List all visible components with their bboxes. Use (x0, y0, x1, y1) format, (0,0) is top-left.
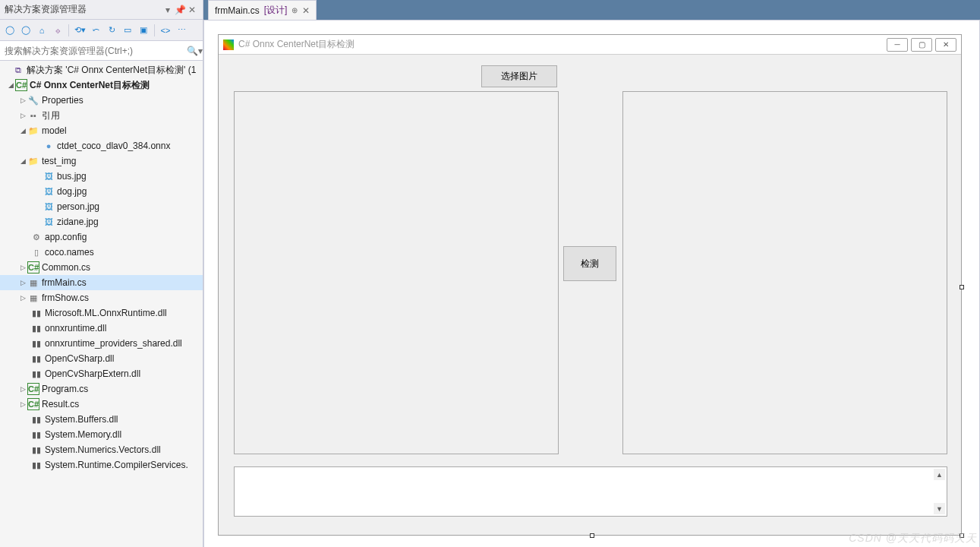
collapse-icon[interactable]: ◢ (6, 81, 15, 89)
properties-node[interactable]: ▷🔧Properties (0, 93, 203, 108)
file-frmshow[interactable]: ▷▦frmShow.cs (0, 290, 203, 305)
file-coconames[interactable]: ▯coco.names (0, 245, 203, 260)
collapse-icon[interactable]: ⤺ (89, 24, 102, 37)
more-icon[interactable]: ⋯ (175, 24, 188, 37)
code-icon[interactable]: <> (159, 24, 172, 37)
file-dll9[interactable]: ▮▮System.Runtime.CompilerServices. (0, 457, 203, 473)
show-all-icon[interactable]: ▭ (121, 24, 134, 37)
expand-icon[interactable]: ▷ (18, 400, 27, 408)
expand-icon[interactable]: ▷ (18, 385, 27, 393)
panel-pin-icon[interactable]: 📌 (174, 5, 186, 15)
file-dll2[interactable]: ▮▮onnxruntime.dll (0, 321, 203, 336)
file-dll1[interactable]: ▮▮Microsoft.ML.OnnxRuntime.dll (0, 305, 203, 321)
expand-icon[interactable]: ▷ (18, 294, 27, 302)
output-textbox[interactable]: ▲ ▼ (234, 466, 947, 517)
expand-icon[interactable]: ▷ (18, 279, 27, 286)
search-icon[interactable]: 🔍▾ (186, 46, 203, 56)
file-dog[interactable]: 🖼dog.jpg (0, 184, 203, 199)
folder-testimg[interactable]: ◢📁test_img (0, 153, 203, 169)
folder-icon: 📁 (27, 155, 39, 167)
file-dll6[interactable]: ▮▮System.Buffers.dll (0, 412, 203, 427)
form-body: 选择图片 检测 ▲ ▼ (219, 55, 961, 535)
project-node[interactable]: ◢C#C# Onnx CenterNet目标检测 (0, 77, 203, 93)
file-frmmain[interactable]: ▷▦frmMain.cs (0, 275, 203, 290)
designer-surface[interactable]: C# Onnx CenterNet目标检测 ─ ▢ ✕ 选择图片 检测 ▲ ▼ (203, 20, 980, 547)
document-tab-bar: frmMain.cs [设计] ⊕ ✕ (203, 0, 980, 20)
file-icon: ▯ (30, 246, 43, 258)
form-window[interactable]: C# Onnx CenterNet目标检测 ─ ▢ ✕ 选择图片 检测 ▲ ▼ (218, 34, 962, 536)
tab-frmmain-design[interactable]: frmMain.cs [设计] ⊕ ✕ (208, 0, 317, 20)
references-node[interactable]: ▷▪▪引用 (0, 108, 203, 123)
expand-icon[interactable]: ▷ (18, 264, 27, 271)
file-onnx[interactable]: ●ctdet_coco_dlav0_384.onnx (0, 138, 203, 153)
resize-handle-bottom[interactable] (590, 533, 594, 538)
panel-close-icon[interactable]: ✕ (186, 5, 198, 15)
forward-icon[interactable]: ◯ (19, 24, 33, 37)
tab-pin-icon[interactable]: ⊕ (291, 6, 298, 14)
image-icon: 🖼 (43, 201, 55, 213)
sync-doc-icon[interactable]: ↻ (105, 24, 118, 37)
wrench-icon: 🔧 (27, 94, 39, 106)
form-icon: ▦ (27, 277, 39, 289)
collapse-icon[interactable]: ◢ (18, 157, 27, 165)
file-bus[interactable]: 🖼bus.jpg (0, 169, 203, 184)
scroll-up-icon[interactable]: ▲ (934, 469, 945, 480)
search-input[interactable] (0, 42, 186, 60)
references-icon: ▪▪ (27, 109, 39, 122)
panel-title: 解决方案资源管理器 (5, 3, 162, 16)
form-title: C# Onnx CenterNet目标检测 (238, 38, 884, 51)
expand-icon[interactable]: ▷ (18, 112, 27, 119)
csharp-icon: C# (27, 383, 39, 395)
maximize-button[interactable]: ▢ (911, 38, 932, 52)
csharp-icon: C# (27, 261, 39, 274)
file-icon: ● (43, 140, 55, 152)
expand-icon[interactable]: ▷ (18, 96, 27, 104)
dll-icon: ▮▮ (30, 428, 43, 441)
file-zidane[interactable]: 🖼zidane.jpg (0, 214, 203, 229)
dll-icon: ▮▮ (30, 307, 43, 319)
back-icon[interactable]: ◯ (3, 24, 17, 37)
resize-handle-right[interactable] (960, 285, 964, 289)
dll-icon: ▮▮ (30, 368, 43, 380)
resize-handle-corner[interactable] (960, 533, 964, 538)
properties-icon[interactable]: ▣ (137, 24, 150, 37)
panel-header: 解决方案资源管理器 ▾ 📌 ✕ (0, 0, 203, 20)
solution-icon: ⧉ (12, 64, 24, 76)
panel-dropdown-icon[interactable]: ▾ (162, 5, 174, 15)
picturebox-right[interactable] (622, 91, 947, 454)
file-dll8[interactable]: ▮▮System.Numerics.Vectors.dll (0, 442, 203, 457)
file-dll4[interactable]: ▮▮OpenCvSharp.dll (0, 351, 203, 366)
image-icon: 🖼 (43, 216, 55, 228)
csharp-icon: C# (27, 398, 39, 410)
file-person[interactable]: 🖼person.jpg (0, 199, 203, 214)
sync-icon[interactable]: ⟐ (51, 24, 65, 37)
file-common[interactable]: ▷C#Common.cs (0, 260, 203, 275)
minimize-button[interactable]: ─ (887, 38, 908, 52)
tab-close-icon[interactable]: ✕ (302, 5, 310, 16)
home-icon[interactable]: ⌂ (35, 24, 49, 37)
solution-toolbar: ◯ ◯ ⌂ ⟐ ⟲▾ ⤺ ↻ ▭ ▣ <> ⋯ (0, 20, 203, 41)
image-icon: 🖼 (43, 170, 55, 182)
file-dll3[interactable]: ▮▮onnxruntime_providers_shared.dll (0, 336, 203, 351)
toolbar-separator (68, 24, 69, 36)
dll-icon: ▮▮ (30, 353, 43, 365)
dll-icon: ▮▮ (30, 413, 43, 425)
close-button[interactable]: ✕ (935, 38, 956, 52)
file-appconfig[interactable]: ⚙app.config (0, 229, 203, 245)
file-program[interactable]: ▷C#Program.cs (0, 381, 203, 397)
select-image-button[interactable]: 选择图片 (481, 65, 557, 87)
detect-button[interactable]: 检测 (563, 246, 616, 281)
scroll-down-icon[interactable]: ▼ (934, 503, 945, 514)
file-dll7[interactable]: ▮▮System.Memory.dll (0, 427, 203, 442)
picturebox-left[interactable] (234, 91, 559, 454)
main-area: frmMain.cs [设计] ⊕ ✕ C# Onnx CenterNet目标检… (203, 0, 980, 547)
dll-icon: ▮▮ (30, 337, 43, 349)
file-dll5[interactable]: ▮▮OpenCvSharpExtern.dll (0, 366, 203, 381)
folder-icon: 📁 (27, 125, 39, 137)
solution-tree: ⧉解决方案 'C# Onnx CenterNet目标检测' (1 ◢C#C# O… (0, 61, 203, 547)
file-result[interactable]: ▷C#Result.cs (0, 397, 203, 412)
folder-model[interactable]: ◢📁model (0, 123, 203, 138)
collapse-icon[interactable]: ◢ (18, 127, 27, 134)
solution-node[interactable]: ⧉解决方案 'C# Onnx CenterNet目标检测' (1 (0, 62, 203, 77)
refresh-icon[interactable]: ⟲▾ (73, 24, 87, 37)
